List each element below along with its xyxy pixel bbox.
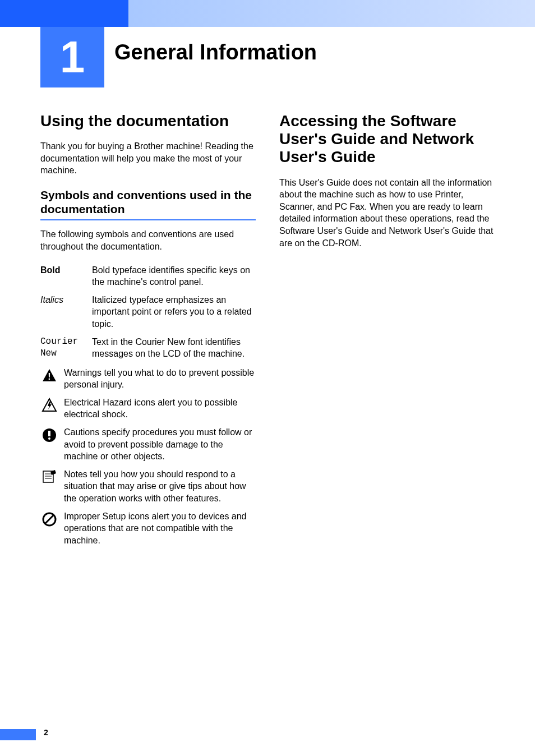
conventions-table: Bold Bold typeface identifies specific k… [40, 264, 256, 360]
page-number: 2 [44, 728, 48, 737]
icon-desc: Improper Setup icons alert you to device… [64, 510, 256, 547]
convention-desc: Text in the Courier New font identifies … [92, 336, 256, 360]
caution-icon [40, 426, 58, 444]
svg-line-13 [45, 515, 54, 524]
icon-desc: Cautions specify procedures you must fol… [64, 426, 256, 463]
icon-desc: Electrical Hazard icons alert you to pos… [64, 397, 256, 421]
right-column: Accessing the Software User's Guide and … [279, 112, 495, 552]
convention-label-mono: Courier New [40, 336, 92, 360]
improper-setup-icon [40, 510, 58, 528]
icon-row: ! Warnings tell you what to do to preven… [40, 367, 256, 391]
convention-row: Bold Bold typeface identifies specific k… [40, 264, 256, 288]
note-icon [40, 468, 58, 486]
svg-point-6 [48, 437, 50, 440]
section-heading: Using the documentation [40, 112, 256, 130]
convention-desc: Bold typeface identifies specific keys o… [92, 264, 256, 288]
footer-band [0, 729, 36, 740]
icon-descriptions-table: ! Warnings tell you what to do to preven… [40, 367, 256, 547]
electrical-hazard-icon [40, 397, 58, 414]
svg-text:!: ! [48, 372, 50, 381]
icon-row: Notes tell you how you should respond to… [40, 468, 256, 505]
convention-label-italic: Italics [40, 294, 92, 330]
header-band [0, 0, 535, 27]
icon-row: Improper Setup icons alert you to device… [40, 510, 256, 547]
chapter-number: 1 [60, 31, 85, 83]
icon-desc: Notes tell you how you should respond to… [64, 468, 256, 505]
body-paragraph: The following symbols and conventions ar… [40, 228, 256, 252]
convention-row: Courier New Text in the Courier New font… [40, 336, 256, 360]
icon-desc: Warnings tell you what to do to prevent … [64, 367, 256, 391]
svg-rect-5 [48, 431, 50, 436]
chapter-number-block: 1 [40, 27, 104, 87]
section-heading: Accessing the Software User's Guide and … [279, 112, 495, 167]
convention-label-bold: Bold [40, 264, 92, 288]
body-paragraph: Thank you for buying a Brother machine! … [40, 140, 256, 177]
convention-row: Italics Italicized typeface emphasizes a… [40, 294, 256, 330]
chapter-title: General Information [114, 40, 317, 64]
left-column: Using the documentation Thank you for bu… [40, 112, 256, 552]
icon-row: Cautions specify procedures you must fol… [40, 426, 256, 463]
icon-row: Electrical Hazard icons alert you to pos… [40, 397, 256, 421]
subsection-heading: Symbols and conventions used in the docu… [40, 188, 256, 220]
content-area: Using the documentation Thank you for bu… [40, 112, 495, 552]
body-paragraph: This User's Guide does not contain all t… [279, 177, 495, 250]
convention-desc: Italicized typeface emphasizes an import… [92, 294, 256, 330]
warning-icon: ! [40, 367, 58, 385]
